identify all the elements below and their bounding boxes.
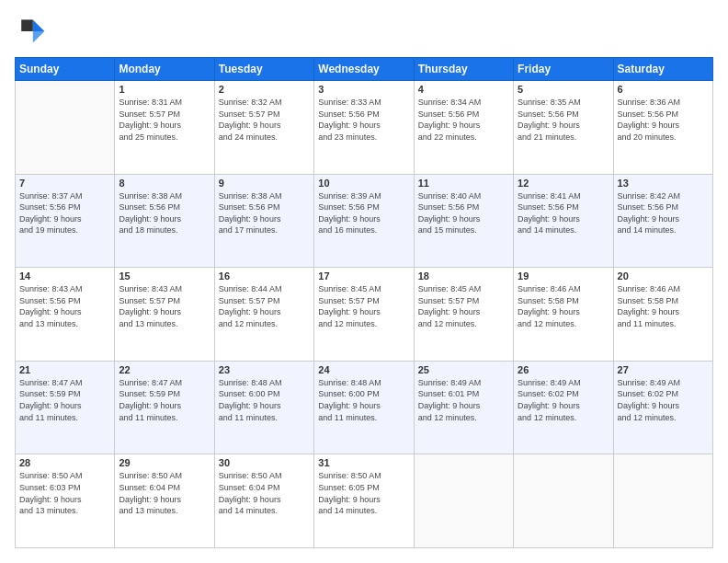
day-info: Sunrise: 8:40 AM Sunset: 5:56 PM Dayligh…	[418, 190, 509, 236]
calendar-cell: 6Sunrise: 8:36 AM Sunset: 5:56 PM Daylig…	[613, 81, 712, 175]
calendar-week-row: 28Sunrise: 8:50 AM Sunset: 6:03 PM Dayli…	[16, 454, 713, 548]
calendar-header-saturday: Saturday	[613, 58, 712, 81]
logo	[15, 15, 51, 48]
day-info: Sunrise: 8:49 AM Sunset: 6:02 PM Dayligh…	[618, 377, 709, 423]
day-info: Sunrise: 8:43 AM Sunset: 5:57 PM Dayligh…	[119, 283, 210, 329]
calendar-cell: 1Sunrise: 8:31 AM Sunset: 5:57 PM Daylig…	[115, 81, 214, 175]
svg-marker-0	[33, 19, 45, 31]
calendar-header-row: SundayMondayTuesdayWednesdayThursdayFrid…	[16, 58, 713, 81]
day-number: 31	[318, 457, 409, 468]
day-number: 11	[418, 178, 509, 189]
day-number: 12	[518, 178, 609, 189]
day-info: Sunrise: 8:50 AM Sunset: 6:05 PM Dayligh…	[318, 470, 409, 516]
day-number: 19	[518, 270, 609, 282]
day-info: Sunrise: 8:46 AM Sunset: 5:58 PM Dayligh…	[618, 283, 709, 329]
day-info: Sunrise: 8:50 AM Sunset: 6:03 PM Dayligh…	[19, 470, 110, 516]
day-number: 1	[119, 84, 210, 95]
day-info: Sunrise: 8:48 AM Sunset: 6:00 PM Dayligh…	[318, 377, 409, 423]
day-info: Sunrise: 8:45 AM Sunset: 5:57 PM Dayligh…	[318, 283, 409, 329]
day-number: 9	[219, 178, 310, 189]
day-number: 16	[219, 270, 310, 282]
calendar-cell: 3Sunrise: 8:33 AM Sunset: 5:56 PM Daylig…	[314, 81, 414, 175]
calendar-cell: 18Sunrise: 8:45 AM Sunset: 5:57 PM Dayli…	[414, 268, 513, 362]
calendar-cell: 20Sunrise: 8:46 AM Sunset: 5:58 PM Dayli…	[613, 268, 712, 362]
day-number: 13	[618, 178, 709, 189]
day-number: 7	[19, 178, 110, 189]
day-number: 14	[19, 270, 110, 282]
calendar-cell: 22Sunrise: 8:47 AM Sunset: 5:59 PM Dayli…	[115, 361, 214, 454]
day-info: Sunrise: 8:49 AM Sunset: 6:01 PM Dayligh…	[418, 377, 509, 423]
calendar-cell	[514, 454, 613, 548]
day-number: 25	[418, 364, 509, 375]
day-info: Sunrise: 8:41 AM Sunset: 5:56 PM Dayligh…	[518, 190, 609, 236]
day-info: Sunrise: 8:44 AM Sunset: 5:57 PM Dayligh…	[219, 283, 310, 329]
day-number: 30	[219, 457, 310, 468]
calendar-cell: 7Sunrise: 8:37 AM Sunset: 5:56 PM Daylig…	[16, 174, 115, 268]
calendar-cell: 9Sunrise: 8:38 AM Sunset: 5:56 PM Daylig…	[214, 174, 313, 268]
svg-marker-2	[21, 19, 33, 31]
day-number: 20	[618, 270, 709, 282]
calendar-cell: 26Sunrise: 8:49 AM Sunset: 6:02 PM Dayli…	[514, 361, 613, 454]
day-number: 4	[418, 84, 509, 95]
logo-icon	[15, 15, 48, 48]
calendar-cell: 23Sunrise: 8:48 AM Sunset: 6:00 PM Dayli…	[214, 361, 313, 454]
day-number: 24	[318, 364, 409, 375]
day-info: Sunrise: 8:47 AM Sunset: 5:59 PM Dayligh…	[119, 377, 210, 423]
day-info: Sunrise: 8:50 AM Sunset: 6:04 PM Dayligh…	[219, 470, 310, 516]
calendar-cell: 8Sunrise: 8:38 AM Sunset: 5:56 PM Daylig…	[115, 174, 214, 268]
calendar-cell: 27Sunrise: 8:49 AM Sunset: 6:02 PM Dayli…	[613, 361, 712, 454]
calendar-cell: 2Sunrise: 8:32 AM Sunset: 5:57 PM Daylig…	[214, 81, 313, 175]
day-info: Sunrise: 8:38 AM Sunset: 5:56 PM Dayligh…	[119, 190, 210, 236]
day-info: Sunrise: 8:36 AM Sunset: 5:56 PM Dayligh…	[618, 97, 709, 143]
day-info: Sunrise: 8:38 AM Sunset: 5:56 PM Dayligh…	[219, 190, 310, 236]
day-info: Sunrise: 8:43 AM Sunset: 5:56 PM Dayligh…	[19, 283, 110, 329]
calendar-cell: 17Sunrise: 8:45 AM Sunset: 5:57 PM Dayli…	[314, 268, 414, 362]
calendar-table: SundayMondayTuesdayWednesdayThursdayFrid…	[15, 57, 713, 548]
day-info: Sunrise: 8:31 AM Sunset: 5:57 PM Dayligh…	[119, 97, 210, 143]
calendar-cell	[414, 454, 513, 548]
day-info: Sunrise: 8:42 AM Sunset: 5:56 PM Dayligh…	[618, 190, 709, 236]
calendar-cell: 31Sunrise: 8:50 AM Sunset: 6:05 PM Dayli…	[314, 454, 414, 548]
calendar-cell: 25Sunrise: 8:49 AM Sunset: 6:01 PM Dayli…	[414, 361, 513, 454]
calendar-cell: 21Sunrise: 8:47 AM Sunset: 5:59 PM Dayli…	[16, 361, 115, 454]
calendar-cell: 29Sunrise: 8:50 AM Sunset: 6:04 PM Dayli…	[115, 454, 214, 548]
calendar-cell: 5Sunrise: 8:35 AM Sunset: 5:56 PM Daylig…	[514, 81, 613, 175]
day-info: Sunrise: 8:49 AM Sunset: 6:02 PM Dayligh…	[518, 377, 609, 423]
day-info: Sunrise: 8:39 AM Sunset: 5:56 PM Dayligh…	[318, 190, 409, 236]
calendar-header-thursday: Thursday	[414, 58, 513, 81]
calendar-cell: 16Sunrise: 8:44 AM Sunset: 5:57 PM Dayli…	[214, 268, 313, 362]
day-number: 15	[119, 270, 210, 282]
day-number: 18	[418, 270, 509, 282]
calendar-cell: 10Sunrise: 8:39 AM Sunset: 5:56 PM Dayli…	[314, 174, 414, 268]
day-info: Sunrise: 8:50 AM Sunset: 6:04 PM Dayligh…	[119, 470, 210, 516]
calendar-cell: 28Sunrise: 8:50 AM Sunset: 6:03 PM Dayli…	[16, 454, 115, 548]
day-number: 26	[518, 364, 609, 375]
calendar-header-friday: Friday	[514, 58, 613, 81]
day-number: 2	[219, 84, 310, 95]
calendar-cell: 4Sunrise: 8:34 AM Sunset: 5:56 PM Daylig…	[414, 81, 513, 175]
calendar-cell: 15Sunrise: 8:43 AM Sunset: 5:57 PM Dayli…	[115, 268, 214, 362]
calendar-cell	[613, 454, 712, 548]
day-number: 29	[119, 457, 210, 468]
calendar-header-tuesday: Tuesday	[214, 58, 313, 81]
day-info: Sunrise: 8:34 AM Sunset: 5:56 PM Dayligh…	[418, 97, 509, 143]
calendar-week-row: 14Sunrise: 8:43 AM Sunset: 5:56 PM Dayli…	[16, 268, 713, 362]
calendar-cell: 12Sunrise: 8:41 AM Sunset: 5:56 PM Dayli…	[514, 174, 613, 268]
header	[15, 15, 713, 48]
day-info: Sunrise: 8:35 AM Sunset: 5:56 PM Dayligh…	[518, 97, 609, 143]
day-info: Sunrise: 8:46 AM Sunset: 5:58 PM Dayligh…	[518, 283, 609, 329]
calendar-cell: 30Sunrise: 8:50 AM Sunset: 6:04 PM Dayli…	[214, 454, 313, 548]
day-number: 23	[219, 364, 310, 375]
day-number: 10	[318, 178, 409, 189]
calendar-cell: 14Sunrise: 8:43 AM Sunset: 5:56 PM Dayli…	[16, 268, 115, 362]
day-info: Sunrise: 8:33 AM Sunset: 5:56 PM Dayligh…	[318, 97, 409, 143]
calendar-week-row: 1Sunrise: 8:31 AM Sunset: 5:57 PM Daylig…	[16, 81, 713, 175]
day-info: Sunrise: 8:32 AM Sunset: 5:57 PM Dayligh…	[219, 97, 310, 143]
day-number: 21	[19, 364, 110, 375]
calendar-week-row: 21Sunrise: 8:47 AM Sunset: 5:59 PM Dayli…	[16, 361, 713, 454]
day-number: 8	[119, 178, 210, 189]
calendar-header-monday: Monday	[115, 58, 214, 81]
calendar-cell: 11Sunrise: 8:40 AM Sunset: 5:56 PM Dayli…	[414, 174, 513, 268]
calendar-cell: 13Sunrise: 8:42 AM Sunset: 5:56 PM Dayli…	[613, 174, 712, 268]
calendar-cell	[16, 81, 115, 175]
